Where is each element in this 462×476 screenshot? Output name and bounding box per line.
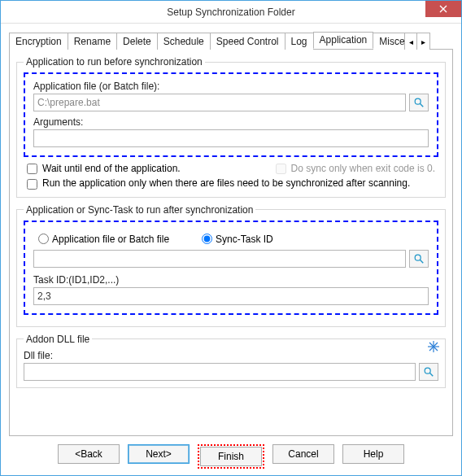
tab-delete[interactable]: Delete [116, 33, 158, 50]
cancel-button[interactable]: Cancel [272, 444, 334, 464]
svg-line-1 [420, 103, 423, 107]
close-button[interactable] [425, 1, 461, 17]
svg-line-9 [429, 373, 433, 376]
back-button[interactable]: <Back [58, 444, 120, 464]
radio-app-file-input[interactable] [38, 234, 49, 244]
help-button[interactable]: Help [342, 444, 404, 464]
tab-panel-application: Application to run before synchronizatio… [9, 50, 453, 436]
magnifier-icon [413, 97, 425, 108]
group-before-legend: Application to run before synchronizatio… [24, 56, 205, 68]
group-before-sync: Application to run before synchronizatio… [16, 56, 446, 198]
tab-speed-control[interactable]: Speed Control [210, 33, 285, 50]
radio-sync-task[interactable]: Sync-Task ID [202, 234, 273, 245]
magnifier-icon [423, 366, 434, 378]
exit0-checkbox-label: Do sync only when exit code is 0. [276, 162, 435, 174]
tab-application[interactable]: Application [313, 32, 374, 49]
tab-log[interactable]: Log [285, 33, 314, 50]
highlight-before-file: Application file (or Batch file): Argume… [24, 72, 438, 157]
before-args-label: Arguments: [33, 116, 429, 128]
wait-checkbox-label[interactable]: Wait until end of the application. [27, 162, 181, 174]
tab-scroll-left[interactable]: ◂ [404, 33, 417, 50]
tab-rename[interactable]: Rename [68, 33, 117, 50]
after-type-radio-group: Application file or Batch file Sync-Task… [38, 234, 429, 245]
finish-button[interactable]: Finish [200, 447, 262, 466]
dll-file-label: Dll file: [24, 350, 438, 361]
tab-misc[interactable]: Misce [373, 33, 405, 50]
tab-strip: Encryption Rename Delete Schedule Speed … [9, 32, 453, 50]
before-file-browse-button[interactable] [409, 94, 429, 111]
close-icon [439, 5, 447, 13]
radio-sync-task-input[interactable] [202, 234, 212, 244]
content-area: Encryption Rename Delete Schedule Speed … [1, 24, 461, 475]
group-addon-legend: Addon DLL file [24, 334, 92, 345]
after-path-browse-button[interactable] [409, 250, 429, 268]
group-addon-dll: Addon DLL file Dll file: [16, 334, 446, 388]
before-args-input[interactable] [33, 129, 429, 147]
scan-checkbox-label: Run the application only when there are … [42, 177, 410, 190]
tab-encryption[interactable]: Encryption [9, 33, 68, 50]
group-after-sync: Application or Sync-Task to run after sy… [16, 204, 446, 327]
scan-checkbox[interactable] [27, 179, 37, 190]
svg-point-2 [415, 255, 421, 260]
after-path-input[interactable] [33, 250, 406, 268]
dll-file-input[interactable] [24, 363, 416, 381]
svg-point-0 [415, 98, 421, 104]
dialog-window: Setup Synchronization Folder Encryption … [0, 0, 462, 476]
dll-file-browse-button[interactable] [419, 363, 438, 381]
wait-checkbox[interactable] [27, 164, 37, 174]
before-file-input[interactable] [33, 94, 406, 111]
exit0-checkbox [276, 164, 286, 174]
taskid-input[interactable] [33, 287, 429, 305]
radio-app-file[interactable]: Application file or Batch file [38, 234, 169, 245]
svg-point-8 [425, 368, 430, 373]
tab-scroll-right[interactable]: ▸ [417, 33, 430, 50]
next-button[interactable]: Next> [128, 444, 190, 464]
finish-highlight: Finish [198, 444, 264, 469]
taskid-label: Task ID:(ID1,ID2,...) [33, 274, 429, 286]
svg-line-3 [420, 260, 423, 263]
star-icon [427, 340, 440, 353]
wizard-button-bar: <Back Next> Finish Cancel Help [9, 436, 453, 469]
window-title: Setup Synchronization Folder [1, 7, 461, 18]
tab-schedule[interactable]: Schedule [157, 33, 211, 50]
highlight-after: Application file or Batch file Sync-Task… [24, 221, 438, 315]
before-file-label: Application file (or Batch file): [33, 81, 429, 92]
group-after-legend: Application or Sync-Task to run after sy… [24, 204, 255, 216]
magnifier-icon [413, 253, 425, 264]
title-bar: Setup Synchronization Folder [1, 1, 461, 24]
